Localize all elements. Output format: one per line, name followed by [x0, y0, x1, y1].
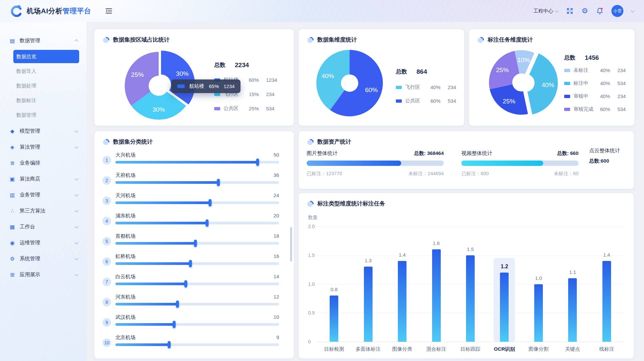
bar-3[interactable]: [432, 249, 441, 342]
gear-icon[interactable]: ⚙: [581, 7, 588, 15]
rank-bar-track: [115, 201, 279, 204]
legend-item[interactable]: 未标注40%234: [564, 67, 626, 73]
rank-bar-track: [115, 262, 279, 265]
rank-value: 24: [273, 192, 279, 199]
asset-total: 总数: 368464: [414, 150, 444, 157]
tooltip-swatch: [177, 84, 185, 88]
bar-5[interactable]: [500, 273, 509, 342]
bar-2[interactable]: [398, 261, 406, 342]
rank-badge: 2: [102, 176, 111, 185]
legend-name: 审核中: [573, 93, 600, 99]
sidebar-item-data-processing[interactable]: 数据处理: [13, 79, 79, 92]
chevron-down-icon: [75, 129, 78, 132]
rank-bar-fill: [115, 303, 178, 305]
pie-chart-icon: [307, 36, 314, 44]
legend-item[interactable]: 审核中40%234: [564, 93, 626, 99]
bar-8[interactable]: [602, 261, 611, 342]
bar-value-label: 1.4: [392, 252, 413, 258]
rank-badge: 3: [102, 196, 111, 205]
bar-7[interactable]: [568, 278, 577, 342]
right-column: 数据资产统计 图片整体统计总数: 368464已标注：123770未标注：244…: [299, 131, 634, 358]
rank-bar-fill: [115, 323, 174, 326]
sidebar-item-data-annotation[interactable]: 数据标注: [13, 94, 79, 107]
sidebar-group-data-management[interactable]: ▤数据管理: [0, 33, 86, 49]
card-header: 数据集维度统计: [299, 29, 464, 44]
sidebar-group-system-management[interactable]: ⚙系统管理: [0, 251, 86, 267]
bar-0[interactable]: [330, 296, 338, 342]
user-avatar[interactable]: 小雪: [611, 5, 623, 17]
bar-1[interactable]: [364, 267, 373, 342]
y-axis-label: 数量: [308, 214, 318, 221]
sidebar-group-label: 算法商店: [20, 176, 40, 182]
legend-item[interactable]: 公共区60%534: [396, 98, 456, 104]
legend-swatch: [214, 93, 220, 96]
legend-item[interactable]: 标注中40%534: [564, 80, 626, 86]
rank-name: 大兴机场: [115, 152, 135, 158]
sidebar-group-third-party-algorithms[interactable]: ∴第三方算法: [0, 203, 86, 219]
sidebar-group-algorithm-management[interactable]: ◈算法管理: [0, 139, 86, 155]
legend-item[interactable]: 审核完成60%534: [564, 106, 626, 112]
rank-row: 8河东机场12: [102, 294, 284, 306]
card-dataset-rank: 数据集分类统计 1大兴机场502天府机场363天河机场244浦东机场205首都机…: [94, 131, 294, 358]
rank-bar-knob[interactable]: [189, 260, 192, 267]
sidebar-group-business-orchestration[interactable]: ≣业务编排: [0, 155, 86, 171]
workspace-switcher[interactable]: 工程中心: [533, 8, 558, 14]
rank-bar-knob[interactable]: [168, 341, 171, 348]
rank-bar-knob[interactable]: [173, 321, 176, 328]
bar-chart[interactable]: 数量 2.01.51.00.500.8目标检测1.3多面体标注1.4图像分类1.…: [299, 193, 634, 358]
rank-bar-fill: [115, 242, 196, 245]
bar-6[interactable]: [534, 284, 543, 342]
pie-chart-icon: [102, 36, 110, 44]
legend-value: 534: [266, 106, 274, 111]
sidebar-group-business-management[interactable]: ▥业务管理: [0, 187, 86, 203]
rank-bar-track: [115, 222, 279, 224]
task-donut-chart[interactable]: 10%40%25%25%: [485, 46, 558, 120]
x-axis-label: 目标跟踪: [452, 346, 489, 352]
legend-total-label: 总数: [214, 61, 226, 69]
bar-4[interactable]: [466, 255, 475, 342]
legend-value: 534: [617, 106, 626, 112]
dimension-legend: 总数864飞行区40%234公共区60%534: [396, 68, 456, 111]
rank-bar-knob[interactable]: [194, 240, 197, 247]
asset-total: 总数: 660: [557, 150, 578, 157]
rank-bar-fill: [115, 262, 191, 265]
y-tick-label: 2.0: [308, 224, 319, 229]
rank-row-head: 武汉机场10: [115, 314, 279, 320]
rank-bar-knob[interactable]: [209, 199, 212, 206]
legend-swatch: [396, 99, 402, 103]
legend-item[interactable]: 公共区25%534: [214, 105, 277, 112]
rank-bar-knob[interactable]: [256, 159, 259, 166]
legend-total: 总数2234: [214, 61, 277, 69]
sidebar-group-label: 业务编排: [20, 160, 40, 167]
bell-icon[interactable]: [596, 7, 603, 15]
rank-bar-knob[interactable]: [217, 179, 220, 186]
legend-name: 飞行区: [405, 84, 430, 90]
scrollbar-thumb[interactable]: [290, 227, 292, 262]
sidebar-group-workbench[interactable]: ▦工作台: [0, 219, 86, 235]
dimension-donut-chart[interactable]: 60%40%: [313, 47, 386, 121]
rank-bar-knob[interactable]: [206, 219, 209, 227]
donut-segment-label: 10%: [517, 57, 530, 63]
legend-name: 未标注: [573, 67, 600, 73]
fullscreen-icon[interactable]: [566, 7, 573, 15]
menu-fold-icon[interactable]: [104, 7, 113, 15]
gridline-0: [317, 342, 624, 342]
sidebar-item-data-management-sub[interactable]: 数据管理: [13, 108, 79, 122]
legend-swatch: [564, 95, 570, 98]
sidebar-group-model-management[interactable]: ◆模型管理: [0, 123, 86, 139]
sidebar-group-ops-management[interactable]: ◉运维管理: [0, 235, 86, 251]
legend-swatch: [564, 82, 570, 85]
card-task-pie: 标注任务维度统计 10%40%25%25% 总数1456未标注40%234标注中…: [469, 29, 634, 126]
sidebar-item-data-import[interactable]: 数据导入: [13, 64, 79, 78]
sidebar: ▤数据管理数据总览数据导入数据处理数据标注数据管理◆模型管理◈算法管理≣业务编排…: [0, 22, 86, 361]
sidebar-item-data-overview[interactable]: 数据总览: [13, 50, 79, 63]
avatar-chevron-icon[interactable]: [631, 9, 634, 12]
asset-bar-track: [461, 161, 578, 166]
rank-bar-track: [115, 343, 279, 346]
sidebar-group-app-showcase[interactable]: ⊞应用展示: [0, 267, 86, 283]
legend-item[interactable]: 飞行区40%234: [396, 84, 456, 90]
sidebar-group-algorithm-store[interactable]: ▣算法商店: [0, 171, 86, 187]
store-icon: ▣: [8, 176, 16, 182]
rank-bar-knob[interactable]: [176, 301, 179, 308]
rank-bar-knob[interactable]: [184, 280, 187, 288]
